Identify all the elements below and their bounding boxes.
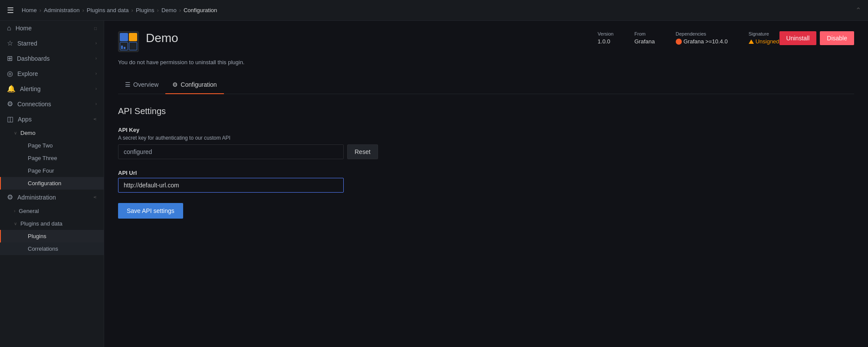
sidebar-configuration-label: Configuration	[28, 180, 61, 187]
sidebar-apps-label: Apps	[18, 116, 32, 123]
disable-button[interactable]: Disable	[820, 31, 854, 45]
meta-signature: Signature Unsigned	[749, 31, 779, 45]
grafana-logo-icon	[676, 39, 682, 45]
icon-quadrant-2	[129, 33, 137, 41]
sidebar-home-expand: □	[94, 26, 97, 31]
main-content: Demo Version 1.0.0 From Grafana Dependen…	[104, 21, 868, 347]
connections-icon: ⚙	[7, 100, 13, 108]
sidebar-general-label: General	[19, 208, 39, 214]
tab-configuration-label: Configuration	[181, 81, 217, 88]
breadcrumb-home[interactable]: Home	[22, 7, 37, 13]
icon-quadrant-4	[129, 42, 137, 50]
save-api-settings-button[interactable]: Save API settings	[118, 203, 183, 219]
demo-icon-graphic	[120, 33, 137, 50]
version-label: Version	[598, 31, 614, 36]
reset-button[interactable]: Reset	[347, 144, 378, 159]
plugin-actions: Uninstall Disable	[779, 31, 854, 45]
api-url-row	[118, 178, 854, 193]
breadcrumb-administration[interactable]: Administration	[44, 7, 79, 13]
tabs: ☰ Overview ⚙ Configuration	[118, 76, 854, 94]
sidebar-item-alerting[interactable]: 🔔 Alerting ›	[0, 81, 104, 96]
sidebar-explore-chevron: ›	[95, 71, 97, 76]
sidebar-item-dashboards[interactable]: ⊞ Dashboards ›	[0, 51, 104, 66]
tab-overview[interactable]: ☰ Overview	[118, 76, 165, 94]
sidebar-item-general[interactable]: › General	[0, 205, 104, 217]
sidebar-item-configuration[interactable]: Configuration	[0, 177, 104, 190]
tab-overview-label: Overview	[133, 81, 158, 88]
plugin-meta: Version 1.0.0 From Grafana Dependencies …	[598, 31, 779, 45]
sidebar-plugins-and-data-label: Plugins and data	[20, 220, 62, 227]
sidebar-item-explore[interactable]: ◎ Explore ›	[0, 66, 104, 81]
api-key-desc: A secret key for authenticating to our c…	[118, 135, 854, 141]
sidebar-correlations-label: Correlations	[28, 246, 58, 252]
sidebar-page-three-label: Page Three	[28, 155, 57, 161]
uninstall-button[interactable]: Uninstall	[779, 31, 817, 45]
sidebar-starred-label: Starred	[17, 40, 37, 47]
alerting-icon: 🔔	[7, 85, 16, 93]
from-value: Grafana	[635, 38, 655, 45]
administration-icon: ⚙	[7, 193, 13, 201]
menu-icon[interactable]: ☰	[7, 6, 14, 15]
sidebar-administration-label: Administration	[17, 194, 56, 201]
meta-version: Version 1.0.0	[598, 31, 614, 45]
sidebar-item-plugins[interactable]: Plugins	[0, 230, 104, 242]
api-url-field-group: API Url	[118, 170, 854, 193]
sidebar-page-four-label: Page Four	[28, 167, 54, 174]
api-key-input[interactable]	[118, 144, 344, 159]
meta-from: From Grafana	[635, 31, 655, 45]
api-key-row: Reset	[118, 144, 854, 159]
warning-triangle-icon	[749, 39, 754, 44]
sidebar-dashboards-chevron: ›	[95, 56, 97, 61]
topbar: ☰ Home › Administration › Plugins and da…	[0, 0, 868, 21]
dep-label: Dependencies	[676, 31, 728, 36]
sidebar-item-connections[interactable]: ⚙ Connections ›	[0, 96, 104, 111]
sidebar-apps-chevron: ∨	[93, 118, 98, 121]
overview-tab-icon: ☰	[125, 81, 131, 88]
tab-configuration[interactable]: ⚙ Configuration	[165, 76, 224, 94]
breadcrumb: Home › Administration › Plugins and data…	[22, 7, 217, 13]
sidebar-item-demo[interactable]: ∨ Demo	[0, 127, 104, 139]
apps-icon: ◫	[7, 115, 13, 123]
sidebar-item-plugins-and-data[interactable]: ∨ Plugins and data	[0, 217, 104, 230]
sig-value: Unsigned	[756, 38, 779, 45]
sidebar-connections-chevron: ›	[95, 101, 97, 106]
sidebar-item-page-four[interactable]: Page Four	[0, 164, 104, 177]
icon-bar-2	[124, 47, 125, 49]
from-label: From	[635, 31, 655, 36]
version-value: 1.0.0	[598, 38, 614, 45]
sidebar-item-starred[interactable]: ☆ Starred ›	[0, 36, 104, 51]
sidebar-page-two-label: Page Two	[28, 142, 53, 149]
explore-icon: ◎	[7, 69, 13, 78]
sidebar-dashboards-label: Dashboards	[17, 55, 50, 62]
icon-bar-1	[121, 46, 123, 49]
permission-notice: You do not have permission to uninstall …	[118, 59, 854, 65]
starred-icon: ☆	[7, 39, 13, 47]
plugin-name: Demo	[146, 31, 598, 45]
configuration-tab-icon: ⚙	[172, 81, 178, 88]
breadcrumb-current: Configuration	[184, 7, 217, 13]
sidebar-item-page-two[interactable]: Page Two	[0, 139, 104, 152]
sidebar-alerting-label: Alerting	[20, 85, 40, 92]
collapse-button[interactable]: ⌃	[855, 6, 861, 14]
breadcrumb-plugins[interactable]: Plugins	[136, 7, 155, 13]
plugin-title-area: Demo	[146, 31, 598, 46]
sidebar-item-page-three[interactable]: Page Three	[0, 152, 104, 164]
sig-label: Signature	[749, 31, 779, 36]
meta-dependencies: Dependencies Grafana >=10.4.0	[676, 31, 728, 45]
breadcrumb-demo[interactable]: Demo	[161, 7, 177, 13]
api-url-input[interactable]	[118, 178, 344, 193]
dep-text: Grafana >=10.4.0	[684, 38, 728, 45]
api-key-label: API Key	[118, 127, 854, 133]
api-key-field-group: API Key A secret key for authenticating …	[118, 127, 854, 159]
sidebar-alerting-chevron: ›	[95, 86, 97, 91]
sidebar: ⌂ Home □ ☆ Starred › ⊞ Dashboards › ◎ Ex…	[0, 21, 104, 347]
sidebar-plugins-label: Plugins	[28, 233, 46, 239]
dashboards-icon: ⊞	[7, 54, 13, 62]
sidebar-item-apps[interactable]: ◫ Apps ∨	[0, 111, 104, 127]
breadcrumb-plugins-and-data[interactable]: Plugins and data	[87, 7, 129, 13]
api-settings-title: API Settings	[118, 106, 854, 116]
sidebar-item-administration[interactable]: ⚙ Administration ∨	[0, 190, 104, 205]
sidebar-item-home[interactable]: ⌂ Home □	[0, 21, 104, 36]
sidebar-item-correlations[interactable]: Correlations	[0, 242, 104, 255]
sidebar-demo-label: Demo	[20, 130, 36, 136]
